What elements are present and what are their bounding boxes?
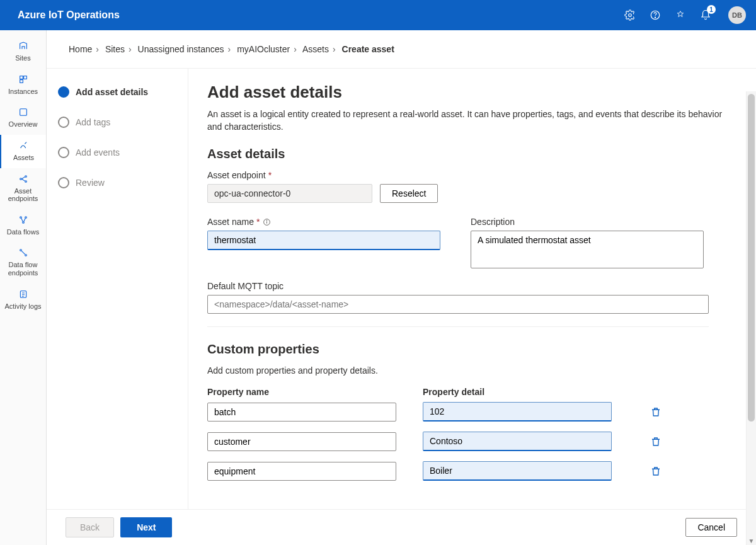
svg-point-14 <box>25 255 26 256</box>
sidebar-label: Sites <box>15 54 30 62</box>
property-detail-input[interactable] <box>423 402 612 422</box>
breadcrumb-link[interactable]: myAIOcluster <box>237 44 290 54</box>
step-circle-icon <box>58 177 69 188</box>
sidebar-label: Assets <box>13 154 34 162</box>
property-name-input[interactable] <box>207 403 396 422</box>
settings-icon[interactable] <box>624 9 636 21</box>
delete-icon[interactable] <box>650 435 662 448</box>
property-row <box>207 432 737 451</box>
svg-point-17 <box>266 220 267 221</box>
sidebar-item-asset-endpoints[interactable]: Asset endpoints <box>0 168 46 209</box>
wizard-step-label: Add asset details <box>76 87 148 97</box>
feedback-icon[interactable] <box>674 9 687 21</box>
svg-point-0 <box>629 14 632 17</box>
svg-point-10 <box>20 217 21 219</box>
breadcrumb-link[interactable]: Unassigned instances <box>138 44 224 54</box>
sidebar-item-data-flow-endpoints[interactable]: Data flow endpoints <box>0 242 46 283</box>
sidebar-label: Data flows <box>7 228 39 236</box>
sidebar-item-data-flows[interactable]: Data flows <box>0 209 46 243</box>
user-avatar[interactable]: DB <box>728 6 746 24</box>
asset-name-input[interactable] <box>207 231 440 250</box>
sidebar-label: Activity logs <box>4 302 41 311</box>
step-circle-icon <box>58 117 69 128</box>
sidebar-item-overview[interactable]: Overview <box>0 101 46 135</box>
left-nav: Sites Instances Overview Assets Asset en… <box>0 30 47 545</box>
step-circle-icon <box>58 147 69 158</box>
property-detail-input[interactable] <box>423 432 612 451</box>
sidebar-item-assets[interactable]: Assets <box>0 135 46 168</box>
property-name-input[interactable] <box>207 462 396 481</box>
form-area: Add asset details An asset is a logical … <box>188 69 756 509</box>
sidebar-label: Data flow endpoints <box>1 261 45 277</box>
step-circle-icon <box>58 86 69 98</box>
col-header-property-detail: Property detail <box>423 387 612 397</box>
sites-icon <box>18 40 29 52</box>
wizard-steps: Add asset details Add tags Add events Re… <box>47 69 188 509</box>
svg-rect-4 <box>23 76 26 79</box>
next-button[interactable]: Next <box>120 517 172 537</box>
wizard-step-review[interactable]: Review <box>58 177 176 188</box>
svg-point-2 <box>655 17 655 18</box>
asset-endpoint-field <box>207 184 372 203</box>
svg-point-12 <box>22 222 24 224</box>
col-header-property-name: Property name <box>207 387 396 397</box>
cancel-button[interactable]: Cancel <box>685 518 737 537</box>
back-button: Back <box>66 517 114 537</box>
property-row <box>207 402 737 422</box>
breadcrumb-link[interactable]: Home <box>69 44 92 54</box>
wizard-footer: Back Next Cancel <box>47 509 756 545</box>
data-flows-icon <box>18 214 29 226</box>
custom-subtitle: Add custom properties and property detai… <box>207 365 737 376</box>
breadcrumb: Home› Sites› Unassigned instances› myAIO… <box>47 30 756 69</box>
asset-name-label: Asset name* <box>207 217 440 227</box>
overview-icon <box>18 106 29 118</box>
wizard-step-label: Add tags <box>76 117 110 127</box>
delete-icon[interactable] <box>650 465 662 478</box>
scroll-down-icon[interactable]: ▼ <box>747 536 756 545</box>
scroll-thumb[interactable] <box>748 94 755 422</box>
property-name-input[interactable] <box>207 432 396 451</box>
wizard-step-label: Add events <box>76 147 120 158</box>
data-flow-endpoints-icon <box>18 247 29 258</box>
svg-point-9 <box>25 180 26 182</box>
mqtt-topic-input[interactable] <box>207 295 709 314</box>
activity-logs-icon <box>18 289 29 300</box>
svg-rect-6 <box>20 109 26 116</box>
svg-rect-3 <box>20 76 23 79</box>
breadcrumb-link[interactable]: Assets <box>302 44 329 54</box>
property-detail-input[interactable] <box>423 461 612 481</box>
svg-point-8 <box>25 175 26 177</box>
sidebar-label: Overview <box>9 120 38 129</box>
description-input[interactable] <box>471 231 704 268</box>
sidebar-label: Asset endpoints <box>1 187 45 203</box>
sidebar-item-sites[interactable]: Sites <box>0 35 46 69</box>
svg-point-7 <box>20 178 21 180</box>
section-heading-custom: Custom properties <box>207 342 737 357</box>
delete-icon[interactable] <box>650 406 662 418</box>
property-row <box>207 461 737 481</box>
notifications-icon[interactable]: 1 <box>699 9 712 21</box>
divider <box>207 326 709 327</box>
reselect-button[interactable]: Reselect <box>380 184 438 203</box>
help-icon[interactable] <box>649 9 662 21</box>
app-header: Azure IoT Operations 1 DB <box>0 0 756 30</box>
mqtt-label: Default MQTT topic <box>207 281 737 291</box>
section-heading-details: Asset details <box>207 147 737 161</box>
endpoint-label: Asset endpoint* <box>207 170 737 180</box>
page-heading: Add asset details <box>207 83 737 102</box>
asset-endpoints-icon <box>18 173 29 185</box>
breadcrumb-link[interactable]: Sites <box>105 44 125 54</box>
wizard-step-add-tags[interactable]: Add tags <box>58 117 176 128</box>
page-intro: An asset is a logical entity created to … <box>207 108 730 133</box>
wizard-step-add-events[interactable]: Add events <box>58 147 176 158</box>
sidebar-item-instances[interactable]: Instances <box>0 69 46 102</box>
description-label: Description <box>471 217 704 227</box>
breadcrumb-current: Create asset <box>342 44 394 54</box>
scrollbar[interactable]: ▲ ▼ <box>746 91 756 545</box>
info-icon[interactable] <box>262 217 271 226</box>
notification-badge: 1 <box>707 5 716 14</box>
assets-icon <box>18 140 30 151</box>
wizard-step-add-details[interactable]: Add asset details <box>58 86 176 98</box>
sidebar-label: Instances <box>8 88 38 96</box>
sidebar-item-activity-logs[interactable]: Activity logs <box>0 284 46 317</box>
